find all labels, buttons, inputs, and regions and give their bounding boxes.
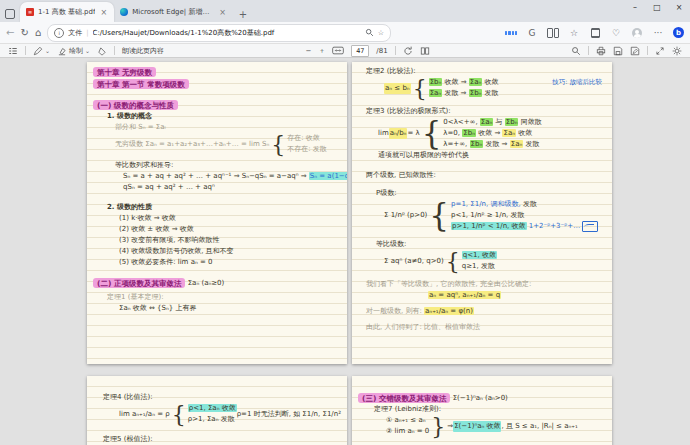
fullscreen-icon[interactable] [655,46,665,56]
bing-chat-icon[interactable]: b [673,27,684,38]
split-screen-icon[interactable] [547,27,559,39]
fit-to-width-icon[interactable] [332,46,344,55]
maximize-button[interactable]: □ [646,0,668,14]
note-line: (1) k·收敛 ⇒ 收敛 [119,213,341,224]
window-controls: – □ × [624,0,690,14]
highlighted-heading: (一) 级数的概念与性质 [93,100,178,110]
home-icon[interactable]: ⌂ [35,27,41,38]
note-line [358,181,606,188]
refresh-icon[interactable]: ↻ [20,27,28,38]
search-g-icon[interactable]: G [526,27,538,39]
divider: | [86,29,88,37]
note-line [93,425,341,434]
highlighter-tool-button[interactable]: 绘制 ⌄ [57,46,90,56]
note-line: 部分和 Sₙ = Σaᵢ [115,122,341,133]
favorite-star-icon[interactable]: ☆ [378,29,384,37]
note-line: 无穷级数 Σaₙ = a₁+a₂+a₃+…+aₙ+… = lim Sₙ {存在:… [115,133,341,155]
note-line: 对一般级数, 则有: aₙ₊₁/aₙ = φ(n) [366,306,606,317]
note-line: P级数: [376,188,606,199]
note-line: ① aₙ₊₁ ≤ aₙ② lim aₙ = 0} ⇒ Σ(−1)ⁿaₙ 收敛, … [386,415,606,437]
note-line: 定理1 (基本定理): [107,292,341,303]
highlighted-heading: 第十章 第一节 常数项级数 [93,79,189,89]
note-line: ① aₙ₊₁ ≤ aₙ [386,415,429,426]
pdf-page-bottom-left: 定理4 (比值法):lim aₙ₊₁/aₙ = ρ {ρ<1, Σaₙ 收敛ρ>… [87,376,347,445]
address-bar-icons: G ☆ ♡ ··· b [505,27,684,39]
note-line: Σbₙ 收敛 ⇒ Σaₙ 收敛 [429,77,499,88]
save-as-icon[interactable] [630,46,640,56]
tab-actions-icon[interactable] [0,6,20,22]
tab-title: 1-1 高数 基础.pdf [38,7,95,17]
note-line: p=1, Σ1/n, 调和级数, 发散 [451,199,598,210]
note-line: 等比级数: [376,239,606,250]
eraser-icon[interactable] [97,46,107,56]
note-line: (5) 收敛必要条件: lim aₙ = 0 [119,257,341,268]
url-field[interactable]: i 文件 | C:/Users/Haujet/Downloads/1-1%20高… [47,24,391,42]
pdf-page-bottom-right: (三) 交错级数及其审敛法 Σ(−1)ⁿaₙ (aₙ>0)定理7 (Leibni… [352,376,612,445]
note-line [358,378,606,392]
zoom-in-button[interactable]: ＋ [318,46,325,56]
more-options-icon[interactable]: ··· [652,27,664,39]
file-info-icon[interactable]: i [54,28,64,38]
note-line: (2) 收敛 ± 收敛 ⇒ 收敛 [119,224,341,235]
note-line: λ=0, Σbₙ 收敛 ⇒ Σaₙ 收敛 [443,128,541,139]
back-icon[interactable]: ← [6,27,14,38]
note-line: qSₙ = aq + aq² + … + aqⁿ [123,182,341,193]
collections-icon[interactable] [589,27,601,39]
note-line [93,378,341,392]
pdf-canvas[interactable]: 第十章 无穷级数第十章 第一节 常数项级数(一) 级数的概念与性质1. 级数的概… [0,58,690,445]
note-line: lim aₙ/bₙ = λ {0<λ<+∞, Σaₙ 与 Σbₙ 同敛散λ=0,… [378,117,606,150]
page-number-input[interactable]: 47 [351,45,369,57]
note-line: ② lim aₙ = 0 [386,426,429,437]
page-total-label: /81 [376,47,387,55]
note-line: p>1, 1/nᵖ < 1/n, 收敛 1+2⁻ᵖ+3⁻ᵖ+… [451,221,598,232]
print-icon[interactable] [596,46,606,56]
apps-icon[interactable] [505,27,517,39]
tab-pdf[interactable]: ≡ 1-1 高数 基础.pdf × [20,2,114,22]
minimize-button[interactable]: – [624,0,646,14]
new-tab-button[interactable]: + [235,6,251,22]
note-line: 第十章 无穷级数 [93,66,341,78]
note-line: Σ aqⁿ (a≠0, q>0) {q<1, 收敛q≥1, 发散 [384,250,606,272]
note-line: 第十章 第一节 常数项级数 [93,78,341,90]
note-line: 0<λ<+∞, Σaₙ 与 Σbₙ 同敛散 [443,117,541,128]
pdf-favicon: ≡ [26,8,34,16]
settings-icon[interactable] [672,46,682,56]
note-line: Σaₙ 收敛 ⇔ {Sₙ} 上有界 [119,303,341,314]
favorites-icon[interactable]: ☆ [568,27,580,39]
note-line: (4) 收敛级数加括号仍收敛, 且和不变 [119,246,341,257]
note-line: 两个级数, 已知敛散性: [366,170,606,181]
brace-rows: Σbₙ 收敛 ⇒ Σaₙ 收敛Σaₙ 发散 ⇒ Σbₙ 发散 [429,77,499,99]
search-icon[interactable] [571,46,581,56]
brace-rows: 存在: 收敛不存在: 发散 [287,133,327,155]
zoom-indicator-icon[interactable] [365,28,374,37]
note-line: (3) 改变前有限项, 不影响敛散性 [119,235,341,246]
pen-tool-button[interactable]: ⌄ [33,46,50,56]
rotate-icon[interactable] [403,46,413,56]
highlighted-heading: (二) 正项级数及其审敛法 [93,278,185,288]
url-text: C:/Users/Haujet/Downloads/1-1%20高数%20基础.… [93,28,361,38]
note-line: q≥1, 发散 [462,261,497,272]
close-button[interactable]: × [668,0,690,14]
profile-avatar[interactable] [631,27,643,39]
page-view-icon[interactable] [420,46,430,56]
note-line [93,193,341,202]
tab-close-icon[interactable]: × [99,8,108,17]
brace-glyph: { [446,256,460,267]
edge-favicon [120,8,128,16]
tab-close-icon[interactable]: × [218,8,227,17]
save-icon[interactable] [613,46,623,56]
pdf-page-top-right: 定理2 (比较法):aₙ ≤ bₙ {Σbₙ 收敛 ⇒ Σaₙ 收敛Σaₙ 发散… [352,62,612,364]
note-line [93,90,341,99]
brace-rows: p=1, Σ1/n, 调和级数, 发散p<1, 1/nᵖ ≥ 1/n, 发散p>… [451,199,598,232]
note-line: 定理4 (比值法): [103,392,341,403]
zoom-out-button[interactable]: − [305,47,311,55]
read-aloud-button[interactable]: 朗读此页内容 [122,46,164,56]
integral-sketch [582,221,598,232]
toc-icon[interactable] [8,46,18,56]
note-line: (一) 级数的概念与性质 [93,99,341,111]
shopping-icon[interactable]: ♡ [610,27,622,39]
note-line: 2. 级数的性质 [107,202,341,213]
brace-rows: q<1, 收敛q≥1, 发散 [462,250,497,272]
note-line: Sₙ = a + aq + aq² + … + aqⁿ⁻¹ ⇒ Sₙ−qSₙ =… [123,171,341,182]
tab-edge-features[interactable]: Microsoft Edge| 新增功能 × [114,2,233,22]
